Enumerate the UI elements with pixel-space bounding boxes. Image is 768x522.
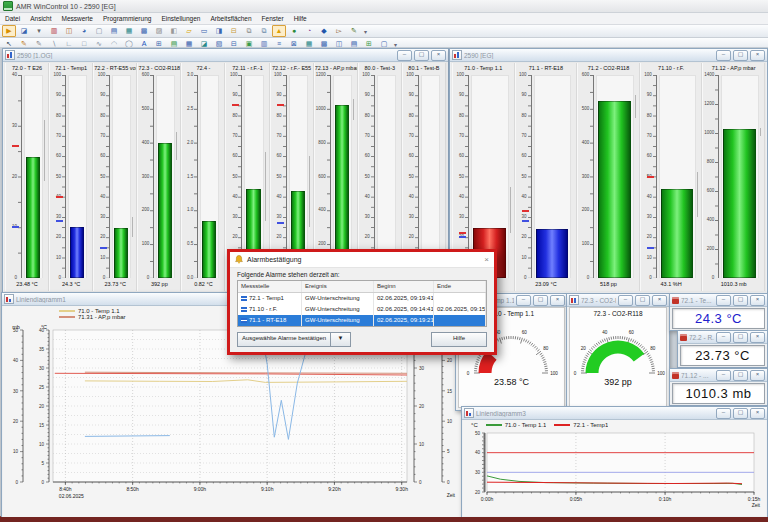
minimize-button[interactable]: – xyxy=(716,50,731,61)
toolbar-icon[interactable]: ▢ xyxy=(92,25,106,37)
axis-tick-label: 70 xyxy=(50,134,61,138)
maximize-button[interactable]: ▢ xyxy=(533,295,548,306)
maximize-button[interactable]: ▢ xyxy=(635,295,650,306)
axis-tick-label: 60 xyxy=(271,154,282,158)
maximize-button[interactable]: ▢ xyxy=(414,50,429,61)
maximize-button[interactable]: ▢ xyxy=(733,408,748,419)
close-button[interactable]: × xyxy=(750,408,765,419)
toolbar-icon[interactable]: ▨ xyxy=(152,25,166,37)
toolbar-icon[interactable]: ▭ xyxy=(197,25,211,37)
toolbar-icon[interactable]: ⊟ xyxy=(227,25,241,37)
gauge-window-co2[interactable]: 72.3 - CO2-R1... – ▢ × 72.3 - CO2-R118 0… xyxy=(566,293,670,411)
toolbar-icon[interactable]: ▦ xyxy=(122,25,136,37)
toolbar-icon[interactable]: ◧ xyxy=(167,25,181,37)
minimize-button[interactable]: – xyxy=(716,332,731,343)
menu-fenster[interactable]: Fenster xyxy=(257,15,289,22)
toolbar-icon[interactable]: ● xyxy=(287,25,301,37)
axis-tick-label: 70 xyxy=(453,134,464,138)
confirm-dropdown-button[interactable]: ▼ xyxy=(331,332,351,347)
menu-bar: Datei Ansicht Messwerte Programmierung E… xyxy=(0,13,768,25)
close-button[interactable]: × xyxy=(750,295,765,306)
axis-tick-label: 1000 xyxy=(315,107,326,111)
menu-ansicht[interactable]: Ansicht xyxy=(25,15,56,22)
toolbar-icon[interactable]: ◪ xyxy=(17,25,31,37)
axis-tick-label: 0 xyxy=(703,276,714,280)
close-button[interactable]: × xyxy=(550,295,565,306)
window-title-bar[interactable]: 71.12 - ... – ▢ × xyxy=(670,369,767,382)
min-max-range-line xyxy=(635,95,636,117)
svg-text:35: 35 xyxy=(39,347,45,352)
window-title-bar[interactable]: 72.3 - CO2-R1... – ▢ × xyxy=(567,294,669,307)
minimize-button[interactable]: – xyxy=(716,408,731,419)
svg-text:60: 60 xyxy=(522,330,528,335)
toolbar-icon[interactable]: ✎ xyxy=(347,25,361,37)
alarm-cell: 02.06.2025, 09:14:41 xyxy=(374,304,434,315)
digital-display-window-721[interactable]: 72.1 - Te... – ▢ × 24.3 °C xyxy=(669,293,768,331)
toolbar-icon[interactable]: ▻ xyxy=(332,25,346,37)
minimize-button[interactable]: – xyxy=(516,295,531,306)
alarm-row[interactable]: 71.1 - RT-E18GW-Unterschreitung02.06.202… xyxy=(238,315,486,326)
close-button[interactable]: × xyxy=(750,332,765,343)
toolbar-icon[interactable]: ⧉ xyxy=(242,25,256,37)
toolbar-icon[interactable]: ◕ xyxy=(77,25,91,37)
toolbar-icon[interactable]: ▱ xyxy=(182,25,196,37)
menu-arbeitsflaechen[interactable]: Arbeitsflächen xyxy=(205,15,256,22)
toolbar-icon[interactable]: ⧉ xyxy=(257,25,271,37)
toolbar-icon[interactable]: ▤ xyxy=(107,25,121,37)
menu-hilfe[interactable]: Hilfe xyxy=(289,15,312,22)
menu-programmierung[interactable]: Programmierung xyxy=(98,15,156,22)
window-title-bar[interactable]: 72.2 - R... – ▢ × xyxy=(678,331,767,344)
close-button[interactable]: × xyxy=(652,295,667,306)
confirm-selected-alarms-button[interactable]: Ausgewählte Alarme bestätigen xyxy=(237,332,331,347)
digital-display-window-7112[interactable]: 71.12 - ... – ▢ × 1010.3 mb xyxy=(669,368,768,406)
maximize-button[interactable]: ▢ xyxy=(733,50,748,61)
axis-unit: °C xyxy=(471,422,478,428)
app-icon xyxy=(3,1,13,11)
axis-tick-label: 0 xyxy=(6,276,17,280)
alarm-row[interactable]: 71.10 - r.F.GW-Unterschreitung02.06.2025… xyxy=(238,304,486,315)
close-button[interactable]: × xyxy=(750,370,765,381)
menu-messwerte[interactable]: Messwerte xyxy=(57,15,98,22)
toolbar-icon[interactable]: ◔ xyxy=(302,25,316,37)
menu-einstellungen[interactable]: Einstellungen xyxy=(156,15,205,22)
minimize-button[interactable]: – xyxy=(397,50,412,61)
minimize-button[interactable]: – xyxy=(716,370,731,381)
close-button[interactable]: × xyxy=(750,50,765,61)
toolbar-icon[interactable]: ▥ xyxy=(47,25,61,37)
toolbar-icon[interactable]: ▾ xyxy=(32,25,46,37)
window-title-bar[interactable]: 2590 [1.OG] – ▢ × xyxy=(3,49,448,62)
window-title-bar[interactable]: 2590 [EG] – ▢ × xyxy=(450,49,767,62)
toolbar-icon[interactable]: ▩ xyxy=(137,25,151,37)
alarm-dialog[interactable]: Alarmbestätigung × Folgende Alarme stehe… xyxy=(227,249,497,355)
maximize-button[interactable]: ▢ xyxy=(733,295,748,306)
toolbar-icon[interactable]: ▶ xyxy=(2,25,16,37)
axis-tick-label: 80 xyxy=(50,114,61,118)
menu-datei[interactable]: Datei xyxy=(0,15,25,22)
toolbar-icon[interactable]: ◨ xyxy=(212,25,226,37)
toolbar-icon[interactable]: ◫ xyxy=(62,25,76,37)
dialog-title-bar[interactable]: Alarmbestätigung × xyxy=(230,252,494,268)
maximize-button[interactable]: ▢ xyxy=(733,370,748,381)
minimize-button[interactable]: – xyxy=(716,295,731,306)
close-icon[interactable]: × xyxy=(484,255,489,264)
help-button[interactable]: Hilfe xyxy=(431,332,487,347)
minimize-button[interactable]: – xyxy=(618,295,633,306)
window-title-bar[interactable]: 72.1 - Te... – ▢ × xyxy=(670,294,767,307)
alarm-row[interactable]: 72.1 - Temp1GW-Unterschreitung02.06.2025… xyxy=(238,293,486,304)
line-chart-area: °C 71.0 - Temp 1.1 72.1 - Temp1 20304050… xyxy=(463,420,766,516)
axis-tick-label: 0 xyxy=(641,276,652,280)
axis-tick-label: 0 xyxy=(94,276,105,280)
gauge-value: 23.58 °C xyxy=(459,377,564,387)
bar xyxy=(536,229,569,278)
digital-display-window-722[interactable]: 72.2 - R... – ▢ × 23.73 °C xyxy=(677,330,768,368)
line-chart-window-3[interactable]: Liniendiagramm3 – ▢ × °C 71.0 - Temp 1.1… xyxy=(461,406,768,517)
toolbar-overflow-icon[interactable]: ▾ xyxy=(364,28,367,35)
window-title-bar[interactable]: Liniendiagramm3 – ▢ × xyxy=(462,407,767,420)
toolbar-icon[interactable]: ▲ xyxy=(272,25,286,37)
maximize-button[interactable]: ▢ xyxy=(733,332,748,343)
close-button[interactable]: × xyxy=(431,50,446,61)
toolbar-icon[interactable]: ◆ xyxy=(317,25,331,37)
axis-tick-label: 100 xyxy=(94,73,105,77)
svg-text:40: 40 xyxy=(475,450,481,455)
gauge-window-icon xyxy=(569,295,579,305)
